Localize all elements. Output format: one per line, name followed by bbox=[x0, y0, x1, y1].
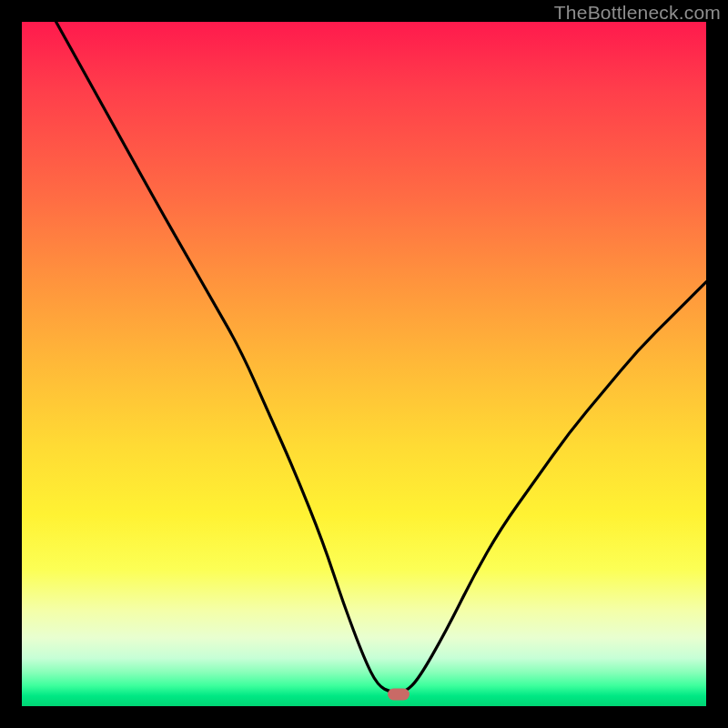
optimal-point-marker bbox=[388, 689, 410, 701]
curve-layer bbox=[22, 22, 706, 706]
watermark-text: TheBottleneck.com bbox=[554, 2, 721, 24]
bottleneck-curve bbox=[56, 22, 706, 693]
plot-area bbox=[22, 22, 706, 706]
chart-frame: TheBottleneck.com bbox=[0, 0, 728, 728]
